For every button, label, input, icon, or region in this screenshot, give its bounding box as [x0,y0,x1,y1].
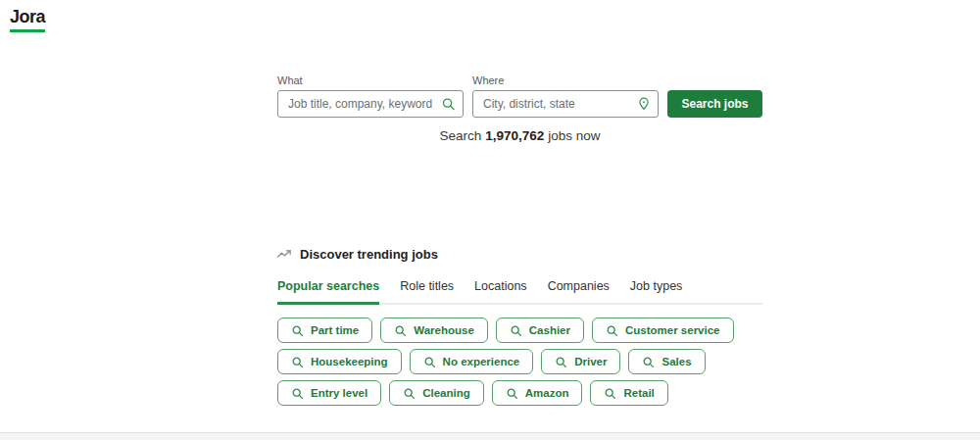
trending-tab[interactable]: Role titles [400,279,454,305]
keyword-search-input[interactable] [277,90,464,118]
what-input-wrap [277,90,464,118]
trending-tab[interactable]: Locations [474,279,527,305]
search-pill-label: Amazon [525,387,569,399]
search-pill-button[interactable]: Amazon [492,380,583,406]
search-pill-button[interactable]: Entry level [277,380,381,406]
search-pill-label: Entry level [311,387,368,399]
location-search-input[interactable] [472,90,659,118]
search-icon [441,97,456,112]
header: Jora [10,7,45,32]
trending-heading: Discover trending jobs [277,247,762,262]
jobs-count-suffix: jobs now [548,128,600,143]
search-pill-button[interactable]: Retail [590,380,667,406]
search-pill-button[interactable]: Cleaning [389,380,484,406]
footer-bar [0,432,980,440]
trending-tabs: Popular searches Role titles Locations C… [277,279,762,305]
search-pill-button[interactable]: Driver [541,349,620,374]
search-pill-button[interactable]: Cashier [496,318,584,343]
search-pill-button[interactable]: Customer service [592,318,734,343]
jobs-count-line: Search1,970,762jobs now [277,128,762,143]
trending-up-icon [277,249,292,260]
jora-logo[interactable]: Jora [10,7,45,32]
search-jobs-button[interactable]: Search jobs [667,90,762,118]
what-label: What [277,74,464,86]
search-pill-button[interactable]: Warehouse [380,318,488,343]
where-field-group: Where [472,74,659,118]
trending-tab[interactable]: Companies [548,279,610,305]
search-pill-button[interactable]: Housekeeping [277,349,402,374]
trending-tab[interactable]: Job types [630,279,683,305]
trending-tab[interactable]: Popular searches [277,279,379,305]
jobs-count-prefix: Search [439,128,481,143]
trending-jobs-section: Discover trending jobs Popular searches … [277,247,762,406]
search-pill-button[interactable]: Sales [628,349,705,374]
what-field-group: What [277,74,464,118]
search-pill-button[interactable]: No experience [410,349,534,374]
where-label: Where [472,74,659,86]
location-pin-icon [636,97,651,112]
search-pill-button[interactable]: Part time [277,318,372,343]
search-pill-label: Warehouse [414,324,474,336]
search-pill-label: Retail [623,387,654,399]
search-pill-label: Sales [662,356,691,367]
popular-search-pills: Part time Warehouse Cashier Cust [277,318,762,406]
search-pill-label: Customer service [625,324,720,336]
search-pill-label: Housekeeping [311,356,388,367]
search-pill-label: No experience [443,356,520,367]
search-pill-label: Cleaning [422,387,470,399]
search-pill-label: Driver [574,356,607,367]
search-pill-label: Cashier [529,324,570,336]
jobs-count-number: 1,970,762 [485,128,544,143]
search-pill-label: Part time [311,324,359,336]
trending-heading-text: Discover trending jobs [300,247,438,262]
job-search-section: What Where [277,74,762,143]
where-input-wrap [472,90,659,118]
search-form: What Where [277,74,762,118]
